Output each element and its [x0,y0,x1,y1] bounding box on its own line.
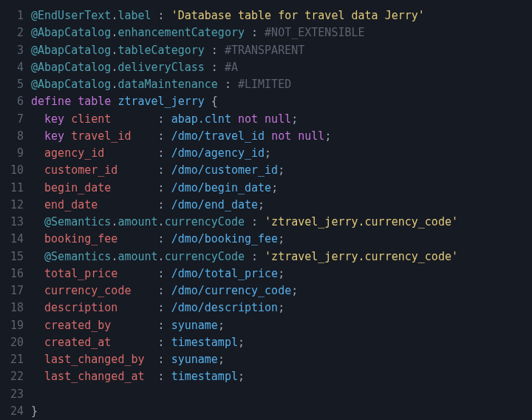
token: key [44,129,64,143]
token: ; [271,181,278,194]
token: : [111,181,171,194]
token: key [44,112,64,126]
line-content [31,386,532,403]
token: : [111,112,171,126]
code-line: 19 created_by : syuname; [0,317,532,334]
line-content: @Semantics.amount.currencyCode : 'ztrave… [31,214,532,231]
line-number: 16 [0,265,31,282]
token: begin_date [44,181,111,194]
line-number: 12 [0,197,31,214]
token: travel_id [71,129,131,143]
code-editor: 1@EndUserText.label : 'Database table fo… [0,7,532,420]
token: @AbapCatalog [31,44,111,57]
token: timestampl [171,336,238,349]
token: #A [225,61,238,74]
token: . [158,215,165,228]
token: 'ztravel_jerry.currency_code' [265,215,458,228]
token [31,370,44,383]
line-content: @AbapCatalog.enhancementCategory : #NOT_… [31,24,532,41]
code-line: 6define table ztravel_jerry { [0,93,532,110]
line-content: key client : abap.clnt not null; [31,111,532,128]
token: /dmo/total_price [171,267,279,280]
code-line: 20 created_at : timestampl; [0,334,532,351]
token: client [71,112,111,126]
line-number: 3 [0,42,31,59]
token: currency_code [44,284,131,297]
token: . [158,250,165,263]
token: : [98,198,171,211]
line-number: 22 [0,368,31,385]
code-line: 8 key travel_id : /dmo/travel_id not nul… [0,128,532,145]
token: ; [278,163,284,177]
token: : [145,353,171,366]
token: : [111,336,171,349]
token: created_at [44,336,111,349]
token: : [117,301,171,314]
token: ; [238,336,245,349]
token: @AbapCatalog [31,26,111,39]
token [31,301,44,314]
token: : [205,61,225,74]
token: #LIMITED [238,78,291,91]
line-number: 21 [0,351,31,368]
line-number: 4 [0,59,31,76]
line-content: key travel_id : /dmo/travel_id not null; [31,128,532,145]
token: /dmo/booking_fee [171,232,279,245]
line-content: customer_id : /dmo/customer_id; [31,162,532,179]
token: : [117,232,171,245]
token: last_changed_by [44,353,144,366]
line-number: 15 [0,248,31,265]
code-line: 11 begin_date : /dmo/begin_date; [0,180,532,197]
token: last_changed_at [44,370,144,383]
token: ; [238,370,245,383]
code-line: 1@EndUserText.label : 'Database table fo… [0,7,532,24]
line-content: @AbapCatalog.tableCategory : #TRANSPAREN… [31,42,532,59]
line-content: created_at : timestampl; [31,334,532,351]
code-line: 24} [0,403,532,420]
code-line: 3@AbapCatalog.tableCategory : #TRANSPARE… [0,42,532,59]
token: ; [278,301,284,314]
token: currencyCode [165,250,245,263]
token: created_by [44,319,111,332]
code-line: 18 description : /dmo/description; [0,299,532,316]
token: end_date [44,198,98,211]
line-number: 24 [0,403,31,420]
code-line: 21 last_changed_by : syuname; [0,351,532,368]
token: ; [258,198,265,211]
token: /dmo/customer_id [171,163,279,177]
token: #TRANSPARENT [225,44,304,57]
code-line: 22 last_changed_at : timestampl; [0,368,532,385]
token [31,267,44,280]
token: syuname [171,319,218,332]
token: : [131,129,171,143]
token: ; [218,353,225,366]
code-line: 17 currency_code : /dmo/currency_code; [0,282,532,299]
line-content: description : /dmo/description; [31,299,532,316]
token: ; [265,146,271,160]
line-number: 17 [0,282,31,299]
line-number: 5 [0,76,31,93]
token: @AbapCatalog [31,78,111,91]
line-number: 7 [0,111,31,128]
token: total_price [44,267,117,280]
token: /dmo/end_date [171,198,258,211]
token: syuname [171,353,218,366]
token: ztravel_jerry [117,95,204,108]
line-content: agency_id : /dmo/agency_id; [31,145,532,162]
line-content: total_price : /dmo/total_price; [31,265,532,282]
token: : [245,26,265,39]
token [31,319,44,332]
token: label [117,9,151,22]
line-number: 19 [0,317,31,334]
token: #NOT_EXTENSIBLE [265,26,364,39]
token: agency_id [44,146,104,160]
line-content: booking_fee : /dmo/booking_fee; [31,231,532,248]
token: 'ztravel_jerry.currency_code' [265,250,458,263]
code-line: 12 end_date : /dmo/end_date; [0,197,532,214]
code-line: 15 @Semantics.amount.currencyCode : 'ztr… [0,248,532,265]
token [31,284,44,297]
token [31,232,44,245]
token: /dmo/description [171,301,279,314]
line-number: 14 [0,231,31,248]
token: @AbapCatalog [31,61,111,74]
